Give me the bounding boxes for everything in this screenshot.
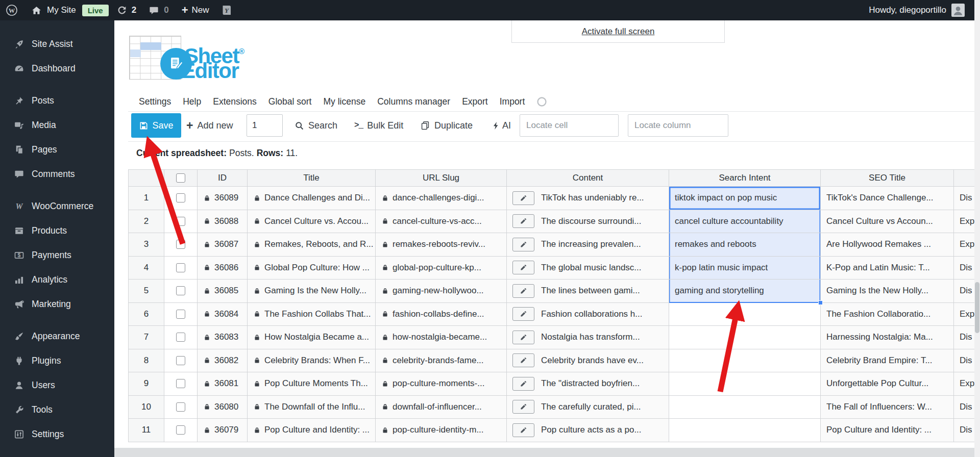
row-number[interactable]: 4 — [129, 257, 164, 280]
sidebar-item-comments[interactable]: Comments — [0, 162, 114, 186]
row-checkbox[interactable] — [176, 193, 185, 202]
cell-content[interactable]: Nostalgia has transform... — [507, 326, 669, 349]
fill-handle[interactable] — [818, 300, 823, 305]
cell-search-intent[interactable]: k-pop latin music impact — [669, 257, 821, 280]
avatar[interactable] — [951, 4, 965, 17]
menu-item-my-license[interactable]: My license — [323, 96, 365, 107]
add-rows-count-input[interactable] — [247, 114, 283, 137]
row-number[interactable]: 1 — [129, 187, 164, 210]
row-checkbox[interactable] — [176, 310, 185, 319]
cell-title[interactable]: Cancel Culture vs. Accou... — [248, 210, 376, 234]
cell-id[interactable]: 36085 — [198, 280, 248, 303]
cell-seo-title[interactable]: Are Hollywood Remakes ... — [821, 233, 954, 257]
cell-seo-title[interactable]: The Fall of Influencers: W... — [821, 396, 954, 419]
column-header-url-slug[interactable]: URL Slug — [376, 170, 507, 187]
sidebar-item-media[interactable]: Media — [0, 113, 114, 137]
row-checkbox[interactable] — [176, 263, 185, 272]
cell-id[interactable]: 36082 — [198, 349, 248, 373]
cell-content[interactable]: The lines between gami... — [507, 280, 669, 303]
row-number[interactable]: 7 — [129, 326, 164, 349]
locate-column-input[interactable] — [628, 114, 728, 137]
cell-title[interactable]: How Nostalgia Became a... — [248, 326, 376, 349]
cell-title[interactable]: Dance Challenges and Di... — [248, 187, 376, 210]
cell-search-intent[interactable]: cancel culture accountability — [669, 210, 821, 234]
menu-item-import[interactable]: Import — [500, 96, 525, 107]
sidebar-item-dashboard[interactable]: Dashboard — [0, 56, 114, 81]
edit-content-button[interactable] — [512, 331, 534, 344]
cell-title[interactable]: Pop Culture Moments Th... — [248, 372, 376, 396]
save-button[interactable]: Save — [131, 113, 181, 138]
edit-content-button[interactable] — [512, 238, 534, 251]
cell-url-slug[interactable]: global-pop-culture-kp... — [376, 257, 507, 280]
sidebar-item-analytics[interactable]: Analytics — [0, 267, 114, 292]
cell-id[interactable]: 36083 — [198, 326, 248, 349]
sidebar-item-plugins[interactable]: Plugins — [0, 348, 114, 373]
plus-icon[interactable]: + — [182, 5, 188, 15]
row-checkbox[interactable] — [176, 425, 185, 435]
edit-content-button[interactable] — [512, 191, 534, 205]
cell-content[interactable]: TikTok has undeniably re... — [507, 187, 669, 210]
menu-item-export[interactable]: Export — [462, 96, 488, 107]
cell-id[interactable]: 36079 — [198, 419, 248, 442]
cell-seo-title[interactable]: Pop Culture and Identity: ... — [821, 419, 954, 442]
cell-title[interactable]: Global Pop Culture: How ... — [248, 257, 376, 280]
edit-content-button[interactable] — [512, 307, 534, 321]
row-checkbox[interactable] — [176, 333, 185, 342]
cell-id[interactable]: 36088 — [198, 210, 248, 234]
sidebar-item-woocommerce[interactable]: WWooCommerce — [0, 194, 114, 218]
ai-button[interactable]: AI — [491, 113, 511, 138]
cell-seo-title[interactable]: Harnessing Nostalgia: Ma... — [821, 326, 954, 349]
cell-title[interactable]: The Downfall of the Influ... — [248, 396, 376, 419]
add-new-button[interactable]: + Add new — [186, 113, 233, 138]
new-link[interactable]: New — [192, 5, 209, 15]
scrollbar-thumb[interactable] — [975, 282, 979, 333]
cell-content[interactable]: Pop culture acts as a po... — [507, 419, 669, 442]
cell-search-intent[interactable] — [669, 326, 821, 349]
cell-id[interactable]: 36084 — [198, 303, 248, 326]
row-number[interactable]: 6 — [129, 303, 164, 326]
column-header-seo-title[interactable]: SEO Title — [821, 170, 954, 187]
row-number[interactable]: 10 — [129, 396, 164, 419]
yoast-icon[interactable]: Y — [220, 4, 233, 16]
cell-search-intent[interactable]: tiktok impact on pop music — [669, 187, 821, 210]
cell-search-intent[interactable] — [669, 396, 821, 419]
sidebar-item-products[interactable]: Products — [0, 218, 114, 243]
cell-content[interactable]: Celebrity brands have ev... — [507, 349, 669, 373]
row-number[interactable]: 11 — [129, 419, 164, 442]
cell-seo-title[interactable]: K-Pop and Latin Music: T... — [821, 257, 954, 280]
cell-search-intent[interactable]: gaming and storytelling — [669, 280, 821, 303]
row-checkbox[interactable] — [176, 356, 185, 365]
cell-id[interactable]: 36087 — [198, 233, 248, 257]
cell-url-slug[interactable]: dance-challenges-digi... — [376, 187, 507, 210]
updates-count[interactable]: 2 — [132, 5, 136, 15]
cell-url-slug[interactable]: celebrity-brands-fame... — [376, 349, 507, 373]
sidebar-item-marketing[interactable]: Marketing — [0, 292, 114, 316]
cell-url-slug[interactable]: how-nostalgia-became... — [376, 326, 507, 349]
cell-id[interactable]: 36081 — [198, 372, 248, 396]
cell-seo-title[interactable]: The Fashion Collaboratio... — [821, 303, 954, 326]
locate-cell-input[interactable] — [520, 114, 619, 137]
duplicate-button[interactable]: Duplicate — [420, 113, 473, 138]
cell-search-intent[interactable] — [669, 303, 821, 326]
row-checkbox[interactable] — [176, 379, 185, 388]
activate-fullscreen-link[interactable]: Activate full screen — [582, 27, 655, 37]
cell-content[interactable]: The carefully curated, pi... — [507, 396, 669, 419]
cell-url-slug[interactable]: fashion-collabs-define... — [376, 303, 507, 326]
cell-content[interactable]: The "distracted boyfrien... — [507, 372, 669, 396]
edit-content-button[interactable] — [512, 353, 534, 367]
cell-url-slug[interactable]: pop-culture-identity-m... — [376, 419, 507, 442]
column-header-search-intent[interactable]: Search Intent — [669, 170, 821, 187]
cell-url-slug[interactable]: cancel-culture-vs-acc... — [376, 210, 507, 234]
menu-item-help[interactable]: Help — [183, 96, 201, 107]
sidebar-item-tools[interactable]: Tools — [0, 397, 114, 422]
row-number[interactable]: 2 — [129, 210, 164, 234]
sidebar-item-site-assist[interactable]: Site Assist — [0, 32, 114, 56]
bulk-edit-button[interactable]: >_ Bulk Edit — [354, 113, 403, 138]
cell-title[interactable]: The Fashion Collabs That... — [248, 303, 376, 326]
select-all-checkbox[interactable] — [176, 173, 185, 183]
sidebar-item-appearance[interactable]: Appearance — [0, 324, 114, 348]
cell-content[interactable]: Fashion collaborations h... — [507, 303, 669, 326]
comments-count[interactable]: 0 — [164, 5, 168, 15]
edit-content-button[interactable] — [512, 261, 534, 274]
edit-content-button[interactable] — [512, 214, 534, 228]
